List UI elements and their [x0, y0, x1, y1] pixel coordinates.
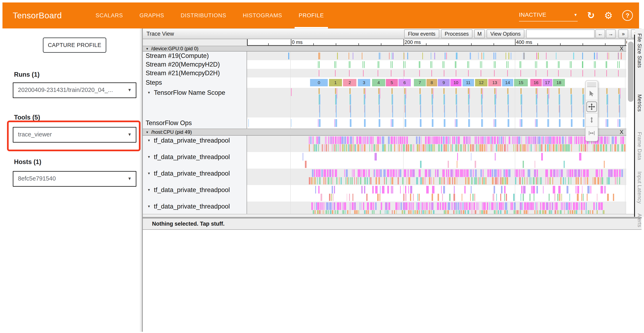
trace-event[interactable]	[403, 144, 404, 152]
trace-event[interactable]	[432, 61, 432, 68]
trace-event[interactable]	[569, 170, 571, 177]
trace-event[interactable]	[547, 177, 549, 184]
trace-event[interactable]	[584, 177, 585, 184]
trace-event[interactable]	[522, 202, 523, 210]
trace-event[interactable]	[482, 105, 482, 118]
trace-event[interactable]	[432, 105, 433, 118]
trace-event[interactable]	[559, 194, 560, 201]
trace-event[interactable]	[367, 136, 368, 144]
trace-event[interactable]	[517, 144, 518, 152]
trace-event[interactable]	[336, 177, 338, 184]
trace-event[interactable]	[495, 61, 496, 68]
trace-event[interactable]	[410, 186, 412, 194]
trace-event[interactable]	[328, 177, 329, 184]
trace-event[interactable]	[344, 136, 346, 144]
trace-event[interactable]	[348, 144, 349, 152]
tab-distributions[interactable]: DISTRIBUTIONS	[172, 2, 235, 28]
trace-event[interactable]	[333, 144, 334, 152]
trace-event[interactable]	[596, 210, 598, 214]
trace-event[interactable]	[610, 170, 612, 177]
trace-event[interactable]	[352, 170, 353, 177]
trace-event[interactable]	[364, 144, 365, 152]
trace-event[interactable]	[606, 61, 607, 68]
trace-event[interactable]	[410, 144, 412, 152]
trace-event[interactable]	[619, 170, 621, 177]
trace-event[interactable]	[356, 177, 357, 184]
trace-event[interactable]	[405, 186, 406, 194]
trace-event[interactable]	[455, 170, 458, 177]
zoom-tool-button[interactable]	[586, 114, 598, 127]
trace-event[interactable]	[505, 136, 506, 144]
trace-event[interactable]	[332, 170, 333, 177]
trace-event[interactable]	[319, 105, 320, 118]
track-label[interactable]: TensorFlow Ops	[146, 118, 192, 128]
trace-event[interactable]	[342, 144, 344, 152]
trace-event[interactable]	[364, 88, 365, 94]
side-tab-file-size-stats[interactable]: File Size Stats	[636, 34, 642, 68]
trace-event[interactable]	[442, 194, 443, 201]
trace-event[interactable]	[345, 210, 346, 214]
trace-event[interactable]	[324, 170, 326, 177]
trace-event[interactable]	[457, 153, 458, 160]
trace-event[interactable]	[344, 202, 346, 210]
trace-event[interactable]	[452, 136, 454, 144]
trace-event[interactable]	[576, 136, 577, 144]
trace-event[interactable]	[312, 136, 314, 144]
trace-event[interactable]	[507, 70, 508, 76]
trace-event[interactable]	[341, 136, 344, 144]
trace-event[interactable]	[512, 202, 513, 210]
trace-event[interactable]	[346, 177, 346, 184]
trace-event[interactable]	[311, 177, 312, 184]
trace-event[interactable]	[573, 202, 575, 210]
trace-event[interactable]	[330, 210, 332, 214]
trace-event[interactable]	[624, 144, 626, 152]
trace-event[interactable]	[546, 61, 547, 68]
trace-event[interactable]	[600, 177, 601, 184]
trace-event[interactable]	[608, 177, 610, 184]
trace-event[interactable]	[483, 202, 486, 210]
trace-event[interactable]	[530, 177, 531, 184]
trace-event[interactable]	[620, 136, 622, 144]
trace-event[interactable]	[608, 136, 609, 144]
trace-event[interactable]	[548, 105, 548, 118]
trace-event[interactable]	[539, 144, 540, 152]
trace-event[interactable]	[506, 194, 507, 201]
trace-event[interactable]	[568, 202, 570, 210]
trace-event[interactable]	[450, 170, 453, 177]
trace-event[interactable]	[526, 202, 529, 210]
trace-event[interactable]	[455, 61, 456, 68]
trace-event[interactable]	[317, 210, 319, 214]
trace-event[interactable]	[392, 177, 393, 184]
trace-event[interactable]	[422, 210, 424, 214]
trace-event[interactable]	[370, 144, 370, 152]
trace-event[interactable]	[425, 202, 426, 210]
trace-event[interactable]	[367, 202, 369, 210]
trace-event[interactable]	[406, 119, 406, 127]
trace-event[interactable]	[444, 105, 445, 118]
trace-event[interactable]	[559, 105, 560, 118]
trace-event[interactable]	[558, 70, 559, 76]
trace-event[interactable]	[408, 177, 410, 184]
trace-event[interactable]	[410, 202, 412, 210]
trace-event[interactable]	[531, 136, 532, 144]
trace-event[interactable]	[470, 144, 472, 152]
trace-event[interactable]	[582, 88, 584, 94]
trace-event[interactable]	[442, 170, 445, 177]
trace-event[interactable]	[469, 94, 470, 105]
trace-event[interactable]	[337, 52, 338, 59]
trace-event[interactable]	[582, 136, 583, 144]
trace-event[interactable]	[595, 61, 596, 68]
trace-event[interactable]	[445, 119, 446, 127]
trace-event[interactable]	[516, 210, 518, 214]
trace-event[interactable]	[484, 144, 485, 152]
step-block[interactable]: 7	[414, 79, 426, 86]
step-block[interactable]: 4	[372, 79, 385, 86]
trace-event[interactable]	[573, 52, 574, 59]
trace-event[interactable]	[530, 144, 530, 152]
trace-event[interactable]	[560, 119, 561, 127]
trace-event[interactable]	[424, 210, 426, 214]
trace-event[interactable]	[582, 61, 583, 68]
trace-event[interactable]	[448, 202, 450, 210]
trace-event[interactable]	[612, 144, 612, 152]
trace-event[interactable]	[326, 202, 329, 210]
